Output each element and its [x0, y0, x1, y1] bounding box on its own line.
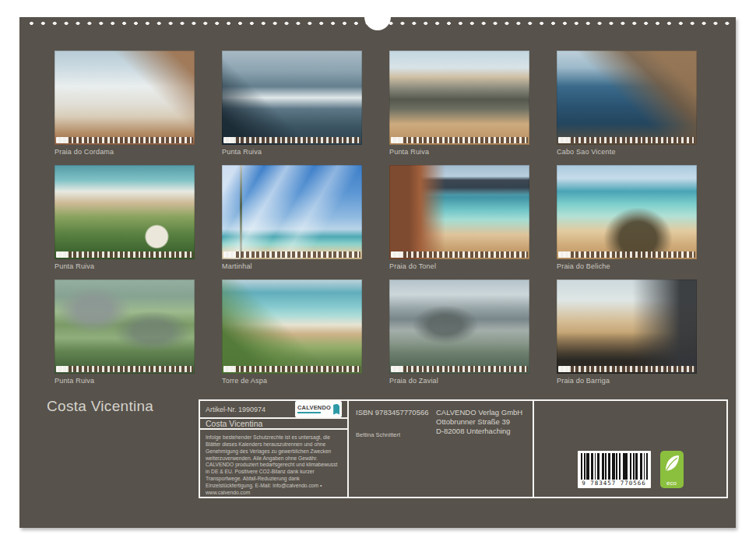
mini-calendar-strip	[391, 137, 528, 143]
calendar-title-field: Costa Vicentina	[200, 419, 347, 430]
photo	[557, 51, 697, 145]
calvendo-logo-bar	[297, 412, 321, 413]
info-box: Artikel-Nr. 1990974 CALVENDO Costa Vicen…	[199, 399, 728, 498]
mini-calendar-strip	[391, 366, 528, 372]
calvendo-wordmark: CALVENDO	[297, 405, 331, 413]
photo	[222, 165, 362, 259]
photo	[557, 165, 697, 259]
photo-caption: Praia do Barriga	[557, 377, 697, 385]
artikel-nr: Artikel-Nr. 1990974	[206, 406, 265, 413]
photo-caption: Punta Ruiva	[389, 148, 529, 156]
mini-calendar-strip	[56, 366, 193, 372]
photo-caption: Punta Ruiva	[222, 148, 362, 156]
hanging-hole	[364, 4, 391, 30]
mini-calendar-strip	[558, 251, 695, 258]
photo-thumbnail: Praia do Beliche	[557, 165, 697, 271]
info-column-left: Artikel-Nr. 1990974 CALVENDO Costa Vicen…	[200, 401, 349, 497]
leaf-icon	[663, 454, 680, 474]
photo-thumbnail: Cabo Sao Vicente	[557, 51, 697, 156]
photo-thumbnail: Praia do Barriga	[557, 280, 697, 385]
calendar-back-page: Praia do Cordama Punta Ruiva Punta Ruiva…	[19, 17, 736, 528]
photo-thumbnail: Praia do Cordama	[55, 51, 195, 156]
photo-caption: Praia do Beliche	[557, 262, 697, 271]
photo	[389, 280, 529, 374]
isbn: ISBN 9783457770566	[356, 408, 429, 417]
photo	[55, 165, 195, 259]
photo	[55, 280, 195, 374]
eco-label: eco	[660, 480, 684, 487]
mini-calendar-strip	[223, 251, 360, 258]
photo	[55, 51, 195, 145]
photo	[557, 280, 697, 374]
page-title: Costa Vicentina	[47, 398, 153, 415]
barcode-bars	[581, 453, 648, 480]
mini-calendar-strip	[223, 366, 360, 372]
mini-calendar-strip	[558, 366, 695, 372]
photo-thumbnail: Praia do Zavial	[389, 280, 529, 385]
mini-calendar-strip	[56, 251, 193, 258]
info-column-right: 9 783457 770566 eco	[534, 401, 726, 497]
photo-thumbnail: Punta Ruiva	[389, 51, 529, 156]
mini-calendar-strip	[558, 137, 695, 143]
photo-thumbnail: Torre de Aspa	[222, 280, 362, 385]
barcode-digits: 9 783457 770566	[581, 480, 648, 487]
photo-caption: Torre de Aspa	[222, 377, 362, 385]
photo	[222, 280, 362, 374]
photo-thumbnail: Punta Ruiva	[55, 165, 195, 271]
artikel-row: Artikel-Nr. 1990974 CALVENDO	[200, 401, 347, 419]
photo-thumbnail: Punta Ruiva	[55, 280, 195, 385]
barcode: 9 783457 770566	[578, 451, 651, 488]
photo-caption: Praia do Zavial	[389, 377, 529, 385]
photo-caption: Martinhal	[222, 262, 362, 271]
photo-thumbnail: Martinhal	[222, 165, 362, 271]
calvendo-book-icon	[333, 404, 339, 415]
mini-calendar-strip	[391, 251, 528, 258]
photo-caption: Punta Ruiva	[55, 262, 195, 271]
photo-thumbnail: Punta Ruiva	[222, 51, 362, 156]
photo	[389, 165, 529, 259]
mini-calendar-strip	[223, 137, 360, 143]
photo-caption: Cabo Sao Vicente	[557, 148, 697, 156]
mini-calendar-strip	[56, 137, 193, 143]
photo-caption: Praia do Tonel	[389, 262, 529, 271]
legal-text: Infolge bestehender Schutzrechte ist es …	[200, 430, 347, 501]
author-name: Bettina Schnittert	[356, 431, 400, 438]
photo	[222, 51, 362, 145]
publisher-address: CALVENDO Verlag GmbH Ottobrunner Straße …	[436, 408, 522, 436]
photo-caption: Praia do Cordama	[55, 148, 195, 156]
photo	[389, 51, 529, 145]
eco-logo: eco	[660, 451, 684, 488]
photo-caption: Punta Ruiva	[55, 377, 195, 385]
calvendo-logo: CALVENDO	[295, 401, 342, 417]
info-column-middle: ISBN 9783457770566 CALVENDO Verlag GmbH …	[349, 401, 534, 497]
photo-thumbnail: Praia do Tonel	[389, 165, 529, 271]
thumbnail-grid: Praia do Cordama Punta Ruiva Punta Ruiva…	[55, 51, 701, 385]
